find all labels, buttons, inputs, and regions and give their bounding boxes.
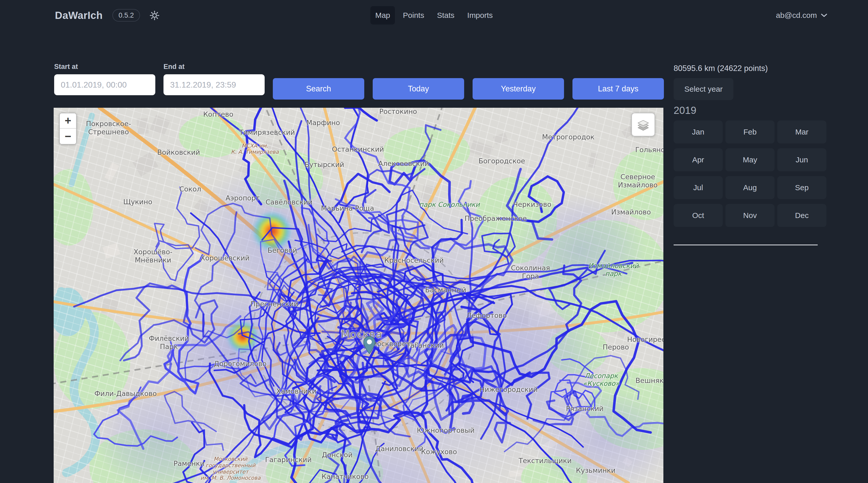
month-button-aug[interactable]: Aug — [725, 176, 775, 199]
end-at-input[interactable] — [163, 74, 265, 95]
month-button-sep[interactable]: Sep — [777, 176, 826, 199]
start-at-label: Start at — [54, 63, 155, 71]
month-button-nov[interactable]: Nov — [725, 204, 775, 227]
yesterday-button[interactable]: Yesterday — [472, 78, 564, 100]
tab-imports[interactable]: Imports — [462, 6, 498, 25]
brand: DaWarIch 0.5.2 — [55, 9, 159, 22]
month-button-feb[interactable]: Feb — [725, 121, 775, 143]
today-button[interactable]: Today — [373, 78, 464, 100]
start-at-field: Start at — [54, 63, 155, 95]
search-button[interactable]: Search — [273, 78, 364, 100]
month-button-jan[interactable]: Jan — [674, 121, 723, 143]
month-button-may[interactable]: May — [725, 148, 775, 171]
month-button-jul[interactable]: Jul — [674, 176, 723, 199]
month-button-jun[interactable]: Jun — [777, 148, 826, 171]
map-canvas — [54, 108, 663, 483]
app-logo[interactable]: DaWarIch — [55, 10, 103, 21]
end-at-field: End at — [163, 63, 265, 95]
layers-icon — [636, 117, 651, 132]
version-badge: 0.5.2 — [113, 9, 140, 22]
sidebar: 80595.6 km (24622 points) Select year 20… — [674, 0, 830, 483]
last-7-days-button[interactable]: Last 7 days — [572, 78, 664, 100]
quick-filter-buttons: SearchTodayYesterdayLast 7 days — [273, 78, 664, 100]
tab-stats[interactable]: Stats — [432, 6, 459, 25]
tab-points[interactable]: Points — [398, 6, 429, 25]
zoom-out-button[interactable]: − — [60, 129, 76, 144]
year-heading: 2019 — [674, 105, 696, 116]
month-button-oct[interactable]: Oct — [674, 204, 723, 227]
sidebar-divider — [674, 245, 818, 245]
tab-map[interactable]: Map — [370, 6, 395, 25]
start-at-input[interactable] — [54, 74, 155, 95]
end-at-label: End at — [163, 63, 265, 71]
month-grid: JanFebMarAprMayJunJulAugSepOctNovDec — [674, 121, 826, 227]
distance-stats: 80595.6 km (24622 points) — [674, 64, 768, 73]
theme-toggle-sun-icon[interactable] — [150, 10, 159, 20]
map[interactable]: КоптевоПокровское- СтрешневоТимирязевски… — [54, 108, 663, 483]
month-button-mar[interactable]: Mar — [777, 121, 826, 143]
select-year-button[interactable]: Select year — [674, 78, 733, 100]
month-button-dec[interactable]: Dec — [777, 204, 826, 227]
main-nav: MapPointsStatsImports — [370, 6, 498, 25]
map-layers-control[interactable] — [631, 113, 655, 136]
map-zoom-control: + − — [59, 113, 76, 144]
zoom-in-button[interactable]: + — [60, 114, 76, 129]
month-button-apr[interactable]: Apr — [674, 148, 723, 171]
map-marker[interactable] — [363, 336, 375, 355]
